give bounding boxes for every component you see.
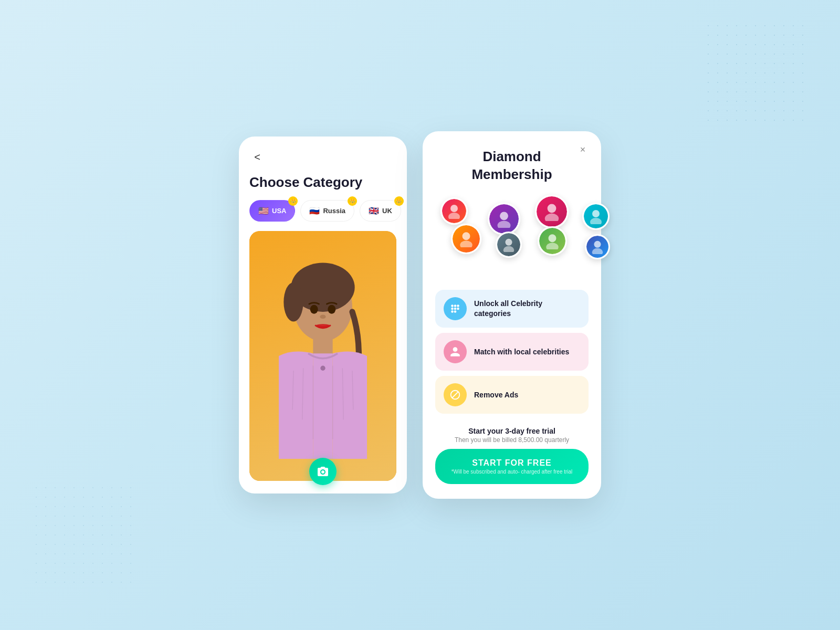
usa-tab-label: USA [272, 207, 286, 215]
svg-point-3 [310, 305, 318, 314]
close-button[interactable]: × [575, 142, 591, 158]
photo-background [249, 231, 396, 481]
svg-point-18 [460, 240, 472, 247]
avatar-7 [582, 203, 610, 230]
svg-point-25 [549, 234, 556, 242]
russia-crown-icon: 👑 [348, 196, 357, 206]
svg-point-33 [457, 304, 459, 307]
svg-point-36 [457, 307, 459, 310]
svg-point-24 [545, 213, 559, 220]
cards-container: < Choose Category 🇺🇸 USA 👑 🇷🇺 Russia 👑 🇬… [239, 131, 601, 499]
remove-ads-icon-container [444, 383, 467, 406]
uk-tab-label: UK [382, 207, 392, 215]
svg-point-30 [592, 248, 603, 254]
svg-point-16 [448, 213, 460, 219]
person-icon-3 [495, 210, 513, 228]
svg-point-38 [454, 310, 457, 313]
tab-russia[interactable]: 🇷🇺 Russia 👑 [300, 200, 354, 222]
remove-ads-feature-text: Remove Ads [474, 390, 518, 400]
person-icon-8 [590, 239, 605, 254]
uk-flag-icon: 🇬🇧 [369, 206, 379, 216]
svg-point-27 [592, 210, 600, 217]
unlock-feature-text: Unlock all Celebrity categories [474, 299, 580, 318]
start-free-button[interactable]: START FOR FREE *Will be subscribed and a… [435, 449, 589, 484]
membership-title: DiamondMembership [435, 148, 589, 184]
diamond-membership-card: × DiamondMembership [423, 131, 601, 499]
russia-flag-icon: 🇷🇺 [309, 206, 320, 216]
avatar-2 [451, 224, 481, 254]
svg-point-5 [320, 315, 326, 319]
usa-crown-icon: 👑 [288, 196, 298, 206]
svg-point-17 [463, 232, 470, 240]
tab-uk[interactable]: 🇬🇧 UK 👑 [360, 200, 401, 222]
svg-point-21 [505, 238, 512, 245]
svg-point-37 [451, 310, 454, 313]
avatar-6 [538, 226, 567, 256]
back-button[interactable]: < [249, 149, 265, 165]
start-btn-main-label: START FOR FREE [472, 458, 551, 468]
person-illustration [249, 231, 396, 481]
page-title: Choose Category [249, 174, 396, 191]
person-icon-1 [446, 203, 462, 219]
features-list: Unlock all Celebrity categories Match wi… [435, 290, 589, 419]
svg-point-29 [594, 240, 601, 247]
person-icon-4 [501, 237, 516, 252]
russia-tab-label: Russia [323, 207, 345, 215]
tab-usa[interactable]: 🇺🇸 USA 👑 [249, 200, 295, 222]
decorative-dots-top-right [704, 21, 808, 126]
svg-point-15 [450, 205, 458, 212]
avatars-area [435, 192, 589, 281]
svg-point-31 [451, 304, 454, 307]
svg-point-32 [454, 304, 457, 307]
svg-point-34 [451, 307, 454, 310]
svg-rect-6 [313, 339, 332, 356]
decorative-dots-bottom-left [32, 483, 136, 588]
camera-button[interactable] [309, 458, 337, 485]
svg-point-35 [454, 307, 457, 310]
svg-point-19 [500, 212, 508, 220]
start-btn-sub-label: *Will be subscribed and auto- charged af… [452, 469, 573, 475]
avatar-5 [535, 195, 569, 228]
grid-icon [449, 303, 461, 314]
trial-title: Start your 3-day free trial [435, 427, 589, 435]
usa-flag-icon: 🇺🇸 [258, 206, 269, 216]
avatar-8 [585, 234, 610, 259]
svg-point-23 [548, 204, 556, 213]
feature-remove-ads: Remove Ads [435, 376, 589, 414]
avatar-4 [496, 232, 522, 258]
choose-category-card: < Choose Category 🇺🇸 USA 👑 🇷🇺 Russia 👑 🇬… [239, 136, 407, 494]
svg-point-28 [590, 218, 602, 224]
feature-unlock-celebrities: Unlock all Celebrity categories [435, 290, 589, 328]
person-icon-2 [458, 230, 475, 247]
feature-match-celebrities: Match with local celebrities [435, 333, 589, 371]
match-feature-text: Match with local celebrities [474, 347, 569, 356]
avatar-3 [488, 203, 520, 235]
avatar-1 [440, 197, 468, 225]
trial-subtitle: Then you will be billed 8,500.00 quarter… [435, 436, 589, 444]
uk-crown-icon: 👑 [394, 196, 404, 206]
photo-container [249, 231, 396, 481]
svg-point-2 [284, 282, 303, 322]
category-tabs: 🇺🇸 USA 👑 🇷🇺 Russia 👑 🇬🇧 UK 👑 [249, 200, 396, 222]
svg-point-4 [328, 305, 335, 314]
person-icon-6 [544, 233, 561, 249]
person-icon-5 [542, 202, 561, 221]
camera-icon [317, 465, 329, 478]
svg-point-22 [503, 246, 514, 251]
person-icon-7 [588, 208, 604, 224]
svg-point-26 [546, 243, 558, 249]
svg-point-20 [498, 220, 511, 228]
person-icon [449, 346, 461, 358]
trial-section: Start your 3-day free trial Then you wil… [435, 427, 589, 444]
no-ads-icon [449, 389, 461, 401]
svg-point-8 [320, 366, 325, 371]
unlock-icon-container [444, 297, 467, 320]
match-icon-container [444, 340, 467, 363]
